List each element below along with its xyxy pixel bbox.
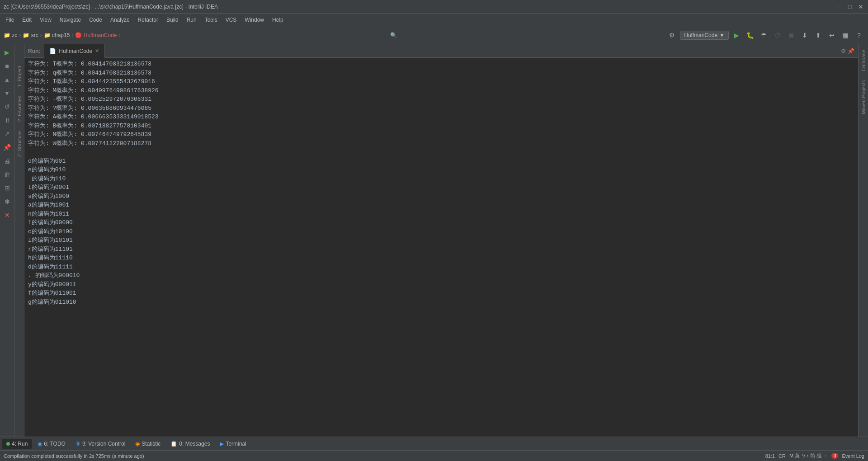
close-button[interactable]: ✕ bbox=[857, 3, 864, 10]
output-line-9: 字符为: N概率为: 0.007464749792645839 bbox=[28, 130, 854, 139]
help-button[interactable]: ? bbox=[854, 30, 864, 41]
menu-build[interactable]: Build bbox=[163, 15, 182, 25]
vcs-push-button[interactable]: ⬆ bbox=[813, 30, 824, 41]
line-ending[interactable]: CR bbox=[778, 453, 786, 459]
toolbar-settings[interactable]: ⚙ bbox=[666, 30, 677, 41]
tab-icon: 📄 bbox=[49, 48, 56, 54]
messages-tab-label: 0: Messages bbox=[179, 441, 210, 447]
messages-bottom-tab[interactable]: 📋 0: Messages bbox=[166, 439, 214, 449]
menu-file[interactable]: File bbox=[2, 15, 18, 25]
menu-navigate[interactable]: Navigate bbox=[56, 15, 85, 25]
output-line-n: n的编码为1011 bbox=[28, 210, 854, 219]
coverage-button[interactable]: ☂ bbox=[759, 30, 769, 41]
output-line-o: o的编码为001 bbox=[28, 157, 854, 166]
close-icon[interactable]: ✕ bbox=[1, 209, 14, 221]
run-config-label: HuffmanCode bbox=[684, 32, 717, 38]
menu-edit[interactable]: Edit bbox=[19, 15, 35, 25]
tile-button[interactable]: ▦ bbox=[840, 30, 851, 41]
output-line-a: a的编码为1001 bbox=[28, 201, 854, 210]
clear-icon[interactable]: 🗑 bbox=[1, 168, 14, 181]
maximize-button[interactable]: □ bbox=[846, 3, 854, 10]
menu-window[interactable]: Window bbox=[241, 15, 268, 25]
terminal-bottom-tab[interactable]: ▶ Terminal bbox=[215, 439, 250, 449]
output-line-dot: . 的编码为000010 bbox=[28, 271, 854, 280]
event-log-label[interactable]: Event Log bbox=[842, 453, 864, 459]
pin-icon[interactable]: 📌 bbox=[1, 141, 14, 154]
database-tab[interactable]: Database bbox=[859, 46, 868, 75]
menu-tools[interactable]: Tools bbox=[201, 15, 221, 25]
menu-analyze[interactable]: Analyze bbox=[107, 15, 133, 25]
menu-refactor[interactable]: Refactor bbox=[134, 15, 162, 25]
toolbar: 📁 zc › 📁 src › 📁 chap15 › 🔴 HuffmanCode … bbox=[0, 26, 868, 44]
vcs-bottom-tab[interactable]: ⑨ 9: Version Control bbox=[71, 439, 130, 449]
event-log-badge: 3 bbox=[831, 453, 839, 459]
cursor-position[interactable]: 81:1 bbox=[765, 453, 775, 459]
gear-icon[interactable]: ⚙ bbox=[841, 48, 846, 54]
tab-name: HuffmanCode bbox=[59, 48, 92, 54]
tab-close-button[interactable]: ✕ bbox=[95, 48, 99, 54]
run-dot bbox=[6, 442, 10, 446]
undo-button[interactable]: ↩ bbox=[826, 30, 837, 41]
todo-tab-label: 6: TODO bbox=[44, 441, 66, 447]
output-line-l: l的编码为00000 bbox=[28, 218, 854, 227]
minimize-button[interactable]: ─ bbox=[835, 3, 843, 10]
pause-icon[interactable]: ⏸ bbox=[1, 114, 14, 127]
breadcrumb: 📁 zc › 📁 src › 📁 chap15 › 🔴 HuffmanCode … bbox=[4, 32, 121, 38]
menu-vcs[interactable]: VCS bbox=[222, 15, 241, 25]
status-right: 81:1 CR M 英 ㄅ♪ 简 感 ： 3 Event Log bbox=[765, 452, 864, 459]
run-config-dropdown-icon[interactable]: ▼ bbox=[719, 32, 725, 38]
output-line-8: 字符为: B概率为: 0.007188277578103401 bbox=[28, 122, 854, 131]
stop-button[interactable]: ⏹ bbox=[786, 30, 797, 41]
breadcrumb-src[interactable]: 📁 src bbox=[23, 32, 38, 38]
ime-status[interactable]: M 英 ㄅ♪ 简 感 ： bbox=[789, 452, 828, 459]
output-line-5: 字符为: -概率为: 0.005252972076306331 bbox=[28, 95, 854, 104]
menu-help[interactable]: Help bbox=[269, 15, 287, 25]
output-content[interactable]: 字符为: T概率为: 0.004147083218136578 字符为: q概率… bbox=[24, 58, 858, 437]
structure-tab[interactable]: Z: Structure bbox=[15, 127, 24, 160]
terminal-icon: ▶ bbox=[220, 441, 224, 447]
left-vertical-tabs: 1: Project 2: Favorites Z: Structure bbox=[14, 44, 24, 437]
menu-view[interactable]: View bbox=[36, 15, 55, 25]
print-icon[interactable]: 🖨 bbox=[1, 155, 14, 167]
statistic-bottom-tab[interactable]: ◉ Statistic bbox=[131, 439, 165, 449]
output-line-10: 字符为: W概率为: 0.007741222007188278 bbox=[28, 139, 854, 148]
huffmancode-tab[interactable]: 📄 HuffmanCode ✕ bbox=[44, 44, 105, 58]
breadcrumb-file[interactable]: 🔴 HuffmanCode bbox=[75, 32, 117, 38]
bottom-bar: 4: Run ◉ 6: TODO ⑨ 9: Version Control ◉ … bbox=[0, 437, 868, 450]
layout-icon[interactable]: ⊞ bbox=[1, 182, 14, 194]
run-bottom-tab[interactable]: 4: Run bbox=[2, 439, 32, 449]
vcs-update-button[interactable]: ⬇ bbox=[799, 30, 810, 41]
run-configuration[interactable]: HuffmanCode ▼ bbox=[680, 31, 729, 40]
terminal-tab-label: Terminal bbox=[226, 441, 246, 447]
stop-icon[interactable]: ■ bbox=[1, 60, 14, 72]
window-controls: ─ □ ✕ bbox=[835, 3, 864, 10]
output-line-3: 字符为: I概率为: 0.0044423555432679016 bbox=[28, 77, 854, 86]
favorites-tab[interactable]: 2: Favorites bbox=[15, 92, 24, 125]
run-label: Run: bbox=[24, 48, 44, 54]
step-icon[interactable]: ↗ bbox=[1, 127, 14, 140]
profile-button[interactable]: ⏱ bbox=[772, 30, 783, 41]
up-icon[interactable]: ▲ bbox=[1, 73, 14, 86]
run-button[interactable]: ▶ bbox=[731, 30, 742, 41]
maven-tab[interactable]: Maven Projects bbox=[859, 76, 868, 118]
statistic-icon: ◉ bbox=[135, 441, 140, 447]
down-icon[interactable]: ▼ bbox=[1, 87, 14, 99]
menu-code[interactable]: Code bbox=[85, 15, 106, 25]
output-line-4: 字符为: M概率为: 0.004997649986176​38926 bbox=[28, 86, 854, 95]
filter-icon[interactable]: ✱ bbox=[1, 195, 14, 208]
breadcrumb-sep3: › bbox=[71, 32, 73, 38]
pin-icon[interactable]: 📌 bbox=[848, 48, 854, 54]
rerun-icon[interactable]: ↺ bbox=[1, 100, 14, 113]
project-tab[interactable]: 1: Project bbox=[15, 62, 24, 90]
breadcrumb-zc[interactable]: 📁 zc bbox=[4, 32, 17, 38]
menu-run[interactable]: Run bbox=[183, 15, 200, 25]
output-line-6: 字符为: ?概率为: 0.006358860934476085 bbox=[28, 104, 854, 113]
output-line-y: y的编码为000011 bbox=[28, 280, 854, 289]
debug-button[interactable]: 🐛 bbox=[745, 30, 756, 41]
output-line-d: d的编码为11111 bbox=[28, 263, 854, 272]
todo-bottom-tab[interactable]: ◉ 6: TODO bbox=[33, 439, 70, 449]
run-tab-label: 4: Run bbox=[12, 441, 28, 447]
breadcrumb-chap15[interactable]: 📁 chap15 bbox=[44, 32, 70, 38]
run-icon[interactable]: ▶ bbox=[1, 46, 14, 59]
search-button[interactable]: 🔍 bbox=[386, 30, 401, 41]
